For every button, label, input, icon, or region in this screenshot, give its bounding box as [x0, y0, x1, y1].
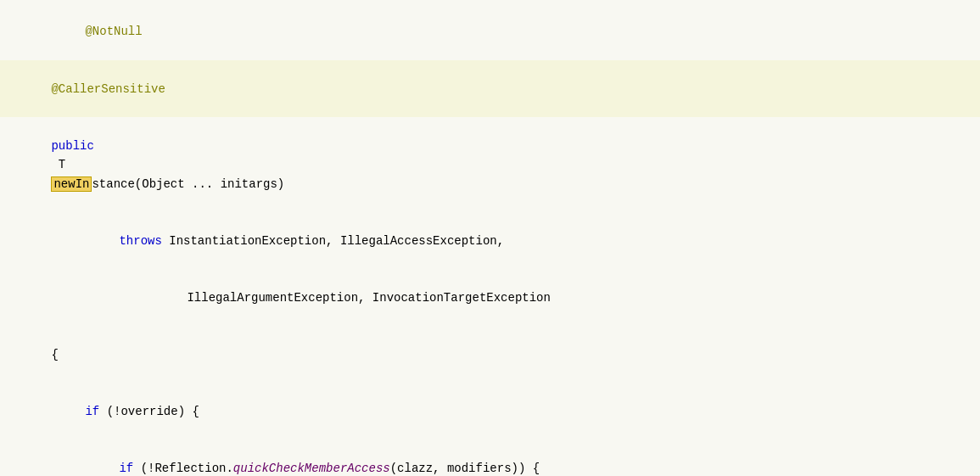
highlight-newIn: newIn [51, 176, 92, 192]
line-caller-sensitive: @CallerSensitive [0, 60, 980, 117]
line-throws: throws InstantiationException, IllegalAc… [0, 212, 980, 269]
kw-if2: if [119, 462, 133, 475]
annotation-callersensitive: @CallerSensitive [51, 82, 165, 96]
annotation-notnull: @NotNull [85, 25, 142, 38]
line-if-reflection: if (!Reflection.quickCheckMemberAccess(c… [0, 440, 980, 476]
kw-public: public [51, 139, 93, 153]
line-not-null: @NotNull [0, 3, 980, 60]
line-open-brace: { [0, 327, 980, 384]
line-exceptions: IllegalArgumentException, InvocationTarg… [0, 269, 980, 326]
line-method-signature: public T newInstance(Object ... initargs… [0, 117, 980, 212]
method-quickcheck: quickCheckMemberAccess [233, 462, 390, 475]
kw-if1: if [85, 405, 99, 418]
code-editor: @NotNull @CallerSensitive public T newIn… [0, 0, 980, 476]
line-if-override: if (!override) { [0, 384, 980, 440]
kw-throws: throws [119, 234, 161, 248]
